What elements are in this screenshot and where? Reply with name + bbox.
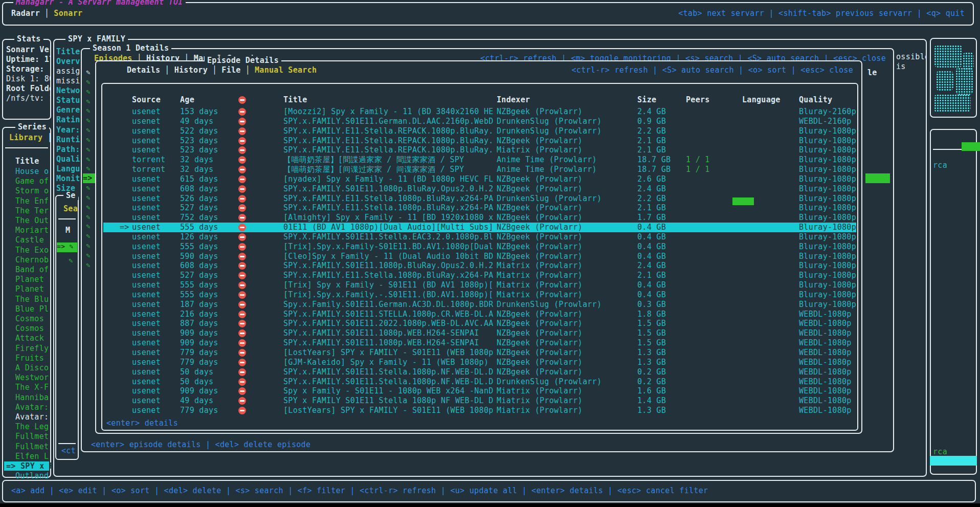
series-item[interactable]: Blue Pl bbox=[15, 304, 49, 314]
result-age: 523 days bbox=[180, 145, 218, 155]
series-item[interactable]: Fullmet bbox=[15, 442, 49, 451]
result-row[interactable]: usenet909 daysSPY.x.FAMILY.S01E11.1080p.… bbox=[103, 338, 856, 348]
series-item[interactable]: Westwor bbox=[15, 373, 49, 382]
series-item[interactable]: Attack bbox=[15, 334, 44, 343]
result-row[interactable]: usenet909 daysSpy x Family - S01E11 - 10… bbox=[103, 386, 856, 396]
series-item[interactable]: Band of bbox=[15, 265, 49, 274]
result-row[interactable]: usenet49 daysSPY.x.FAMILY.S01E11.German.… bbox=[103, 117, 856, 126]
scrollbar-thumb[interactable] bbox=[962, 142, 980, 151]
series-item[interactable]: The Out bbox=[15, 216, 49, 225]
result-row[interactable]: usenet615 days[nyadex] Spy x Family - 11… bbox=[103, 174, 856, 184]
series-item[interactable]: House o bbox=[15, 167, 49, 176]
series-item[interactable]: Avatar: bbox=[15, 412, 49, 422]
series-item[interactable]: => SPY x F bbox=[4, 461, 49, 471]
result-row[interactable]: torrent32 days【喵萌奶茶屋】[間諜過家家 / 間諜家家酒 / SP… bbox=[103, 155, 856, 165]
result-row[interactable]: usenet527 daysSPY.x.FAMILY.E11.Stella.10… bbox=[103, 271, 856, 280]
result-row[interactable]: usenet608 daysSPY.x.FAMILY.S01E11.1080p.… bbox=[103, 184, 856, 194]
tab-library[interactable]: Library │ bbox=[9, 133, 52, 142]
result-age: 590 days bbox=[180, 252, 218, 261]
tab-radarr[interactable]: Radarr bbox=[11, 9, 40, 18]
result-row[interactable]: usenet555 days[Trix].Spy.x.Family-S01E11… bbox=[103, 242, 856, 252]
result-row[interactable]: usenet590 days[Cleo]Spy x Family - 11 (D… bbox=[103, 252, 856, 261]
result-size: 0.4 GB bbox=[637, 242, 666, 251]
series-logo-art-box bbox=[930, 38, 977, 118]
result-age: 522 days bbox=[180, 126, 218, 136]
result-row[interactable]: usenet555 days[Trix] Spy x Family - S01E… bbox=[103, 280, 856, 290]
series-field-label: Netwo bbox=[56, 86, 80, 95]
result-row[interactable]: usenet153 days[Moozzi2] Spy x Family - 1… bbox=[103, 107, 856, 117]
result-row[interactable]: usenet187 daysSpy.x.Family.S01E11.German… bbox=[103, 300, 856, 310]
result-row[interactable]: usenet523 daysSPY.x.FAMILY.E11.Stella.RE… bbox=[103, 145, 856, 155]
result-row[interactable]: usenet49 daysSPY x FAMILY S01E11 Stella … bbox=[103, 396, 856, 406]
series-item[interactable]: Outland bbox=[15, 471, 49, 480]
series-item[interactable]: Hanniba bbox=[15, 393, 49, 402]
result-row[interactable]: =>usenet555 days01E11 (BD AV1 1080p)[Dua… bbox=[103, 223, 856, 232]
series-item[interactable]: The Leg bbox=[15, 422, 49, 431]
episode-tab-details[interactable]: Details bbox=[127, 65, 160, 75]
episode-tab-history[interactable]: History bbox=[174, 65, 208, 75]
episode-tab-manual-search[interactable]: Manual Search bbox=[255, 65, 317, 75]
result-title: SPY.x.FAMILY.E11.Stella.REPACK.1080p.Blu… bbox=[283, 136, 493, 145]
selected-episode-row-fragment[interactable]: => bbox=[83, 173, 95, 183]
result-source: usenet bbox=[132, 136, 161, 145]
series-item[interactable]: Cosmos bbox=[15, 314, 44, 323]
tab-sonarr[interactable]: Sonarr bbox=[54, 9, 82, 18]
no-entry-icon bbox=[238, 243, 246, 251]
result-row[interactable]: usenet50 daysSPY.x.FAMILY.S01E11.Stella.… bbox=[103, 377, 856, 387]
col-source: Source bbox=[132, 95, 161, 104]
result-row[interactable]: usenet608 daysSPY.x.FAMILY.S01E11.1080p.… bbox=[103, 261, 856, 271]
result-row[interactable]: usenet779 days[LostYears] SPY x FAMILY -… bbox=[103, 348, 856, 358]
result-age: 779 days bbox=[180, 406, 218, 415]
selected-item-bar[interactable] bbox=[930, 456, 977, 466]
series-item[interactable]: Storm o bbox=[15, 186, 49, 195]
tab-seasons[interactable]: Sea bbox=[63, 204, 78, 213]
result-row[interactable]: usenet752 days[Almighty] Spy x Family - … bbox=[103, 213, 856, 223]
result-row[interactable]: usenet50 daysSPY.x.FAMILY.S01E11.Stella.… bbox=[103, 367, 856, 377]
episode-tab-file[interactable]: File bbox=[221, 65, 240, 75]
seasons-keybind-fragment: <ct bbox=[61, 446, 76, 455]
result-title: SPY.x.FAMILY.E11.Stella.1080p.BluRay.x26… bbox=[283, 203, 493, 212]
app-title: Managarr - A Servarr management TUI bbox=[13, 0, 186, 7]
episodes-table-fragment: le bbox=[867, 68, 877, 77]
series-item[interactable]: Castle bbox=[15, 235, 44, 245]
result-age: 50 days bbox=[180, 367, 213, 377]
series-item[interactable]: Elfen L bbox=[15, 452, 49, 461]
series-item[interactable]: Fruits bbox=[15, 354, 44, 363]
series-item[interactable]: Avatar: bbox=[15, 403, 49, 412]
series-item[interactable]: The Ter bbox=[15, 206, 49, 215]
series-item[interactable]: Planet bbox=[15, 284, 44, 294]
result-row[interactable]: usenet887 daysSPY.x.FAMILY.S01E11.2022.1… bbox=[103, 319, 856, 328]
scrollbar-thumb[interactable] bbox=[732, 197, 754, 205]
result-size: 0.4 GB bbox=[637, 252, 666, 261]
result-row[interactable]: usenet522 daysSPY.x.FAMILY.E11.Stella.RE… bbox=[103, 126, 856, 136]
result-row[interactable]: usenet216 daysSPY.x.FAMILY.S01E11.STELLA… bbox=[103, 310, 856, 319]
col-title: Title bbox=[283, 95, 307, 104]
series-item[interactable]: Chernob bbox=[15, 255, 49, 264]
series-item[interactable]: Game of bbox=[15, 177, 49, 186]
series-item[interactable]: Planet bbox=[15, 275, 44, 284]
result-age: 608 days bbox=[180, 184, 218, 193]
series-item[interactable]: A Disco bbox=[15, 363, 49, 372]
result-row[interactable]: usenet779 days[LostYears] SPY x FAMILY -… bbox=[103, 406, 856, 415]
result-row[interactable]: usenet523 daysSPY.x.FAMILY.E11.Stella.RE… bbox=[103, 136, 856, 146]
series-item[interactable]: Cosmos bbox=[15, 324, 44, 333]
result-row[interactable]: torrent32 days【喵萌奶茶屋】[间谍过家家 / 间谍家家酒 / SP… bbox=[103, 165, 856, 174]
result-title: [Moozzi2] Spy x Family - 11 (BD 3840x216… bbox=[283, 107, 493, 116]
series-item[interactable]: Fullmet bbox=[15, 432, 49, 441]
series-item[interactable]: The Blu bbox=[15, 295, 49, 304]
series-item[interactable]: Moriart bbox=[15, 226, 49, 235]
series-field-label: Ratin bbox=[56, 115, 80, 124]
result-source: usenet bbox=[132, 252, 161, 261]
result-row[interactable]: usenet779 days[GJM-Kaleido] Spy x Family… bbox=[103, 358, 856, 367]
result-row[interactable]: usenet555 days[Trix].Spy.x.Family.-.S01E… bbox=[103, 290, 856, 300]
series-item[interactable]: The Exo bbox=[15, 246, 49, 255]
series-item[interactable]: The X-F bbox=[15, 383, 49, 392]
selected-season-row[interactable]: => ✎ bbox=[57, 243, 77, 252]
result-row[interactable]: usenet909 daysSPY.x.FAMILY.S01E11.1080p.… bbox=[103, 328, 856, 338]
series-item[interactable]: Firefly bbox=[15, 344, 49, 353]
result-row[interactable]: usenet126 daysSPY.X.FAMILY.S01E11.Stella… bbox=[103, 232, 856, 242]
series-item[interactable]: The Enf bbox=[15, 196, 49, 206]
result-source: usenet bbox=[132, 386, 161, 395]
col-age: Age bbox=[180, 95, 194, 104]
result-source: usenet bbox=[132, 126, 161, 136]
